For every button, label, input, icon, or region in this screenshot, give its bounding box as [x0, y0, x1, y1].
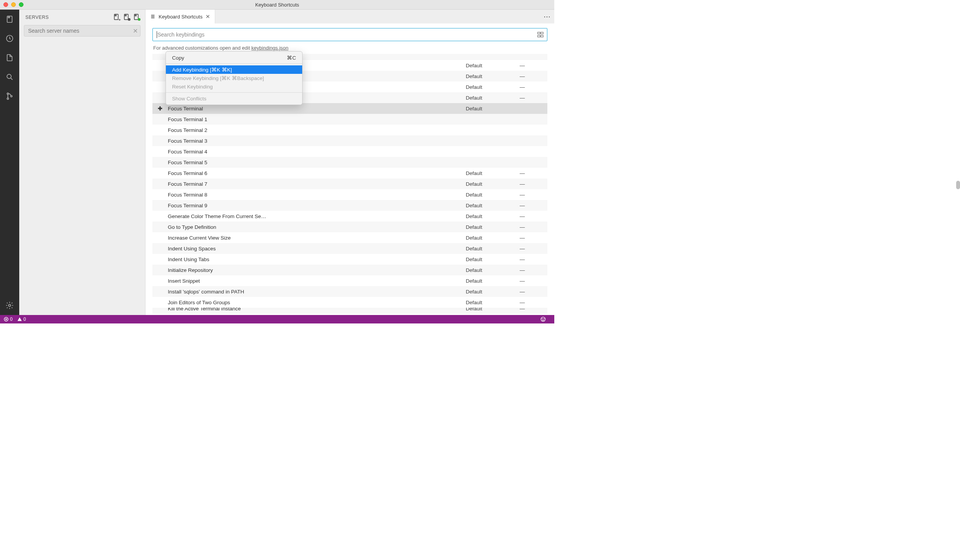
- svg-rect-9: [115, 15, 116, 16]
- sidebar-header: SERVERS: [19, 10, 145, 23]
- keybinding-label: —: [520, 308, 547, 312]
- tab-close-icon[interactable]: ✕: [206, 13, 210, 20]
- sort-precedence-icon[interactable]: [537, 31, 544, 38]
- svg-point-7: [8, 304, 11, 307]
- svg-point-3: [7, 74, 11, 78]
- statusbar: 0 0: [0, 315, 554, 323]
- table-row[interactable]: Increase Current View SizeDefault—: [152, 232, 547, 243]
- source-label: Default: [466, 257, 520, 262]
- keybinding-label: —: [520, 278, 547, 284]
- keybinding-label: —: [520, 257, 547, 262]
- source-label: Default: [466, 181, 520, 187]
- tab-keyboard-shortcuts[interactable]: Keyboard Shortcuts ✕: [146, 10, 215, 23]
- clear-search-icon[interactable]: ✕: [133, 27, 138, 35]
- source-label: Default: [466, 308, 520, 312]
- table-row[interactable]: Focus Terminal 6Default—: [152, 168, 547, 178]
- table-row[interactable]: Kill the Active Terminal InstanceDefault…: [152, 308, 547, 314]
- context-menu: Copy ⌘C Add Keybinding [⌘K ⌘K] Remove Ke…: [166, 51, 303, 105]
- keybindings-search[interactable]: Search keybindings: [152, 28, 547, 41]
- keybinding-label: —: [520, 95, 547, 101]
- command-label: Focus Terminal 2: [168, 127, 466, 133]
- source-label: Default: [466, 63, 520, 68]
- table-row[interactable]: Join Editors of Two GroupsDefault—: [152, 297, 547, 308]
- menu-separator: [166, 63, 302, 64]
- source-control-activity-icon[interactable]: [5, 91, 15, 101]
- table-row[interactable]: Initialize RepositoryDefault—: [152, 265, 547, 275]
- command-label: Indent Using Spaces: [168, 246, 466, 252]
- menu-remove-keybinding: Remove Keybinding [⌘K ⌘Backspace]: [166, 74, 302, 82]
- table-row[interactable]: Indent Using TabsDefault—: [152, 254, 547, 265]
- command-label: Insert Snippet: [168, 278, 466, 284]
- source-label: Default: [466, 203, 520, 208]
- keybinding-label: —: [520, 192, 547, 198]
- source-label: Default: [466, 289, 520, 295]
- source-label: Default: [466, 235, 520, 241]
- status-errors[interactable]: 0: [4, 317, 13, 322]
- new-server-icon[interactable]: [113, 13, 120, 21]
- command-label: Focus Terminal 3: [168, 138, 466, 144]
- source-label: Default: [466, 267, 520, 273]
- command-label: Focus Terminal 6: [168, 170, 466, 176]
- table-row[interactable]: Indent Using SpacesDefault—: [152, 243, 547, 254]
- menu-separator: [166, 92, 302, 93]
- sidebar: SERVERS ✕: [19, 10, 146, 315]
- window-title: Keyboard Shortcuts: [0, 2, 554, 8]
- svg-rect-1: [8, 17, 10, 18]
- table-row[interactable]: Insert SnippetDefault—: [152, 275, 547, 286]
- source-label: Default: [466, 106, 520, 112]
- table-row[interactable]: Focus Terminal 1: [152, 114, 547, 125]
- svg-rect-15: [541, 32, 543, 34]
- menu-reset-keybinding: Reset Keybinding: [166, 82, 302, 91]
- table-row[interactable]: Focus Terminal 7Default—: [152, 178, 547, 189]
- svg-point-21: [544, 318, 544, 319]
- table-row[interactable]: Focus Terminal 3: [152, 135, 547, 146]
- list-icon: [150, 14, 156, 19]
- main-area: SERVERS ✕ Keyboa: [0, 10, 554, 315]
- table-row[interactable]: Focus Terminal 5: [152, 157, 547, 168]
- table-row[interactable]: Focus Terminal 9Default—: [152, 200, 547, 211]
- tab-label: Keyboard Shortcuts: [159, 14, 202, 20]
- keybindings-json-link[interactable]: keybindings.json: [251, 45, 288, 51]
- source-label: Default: [466, 170, 520, 176]
- status-warnings[interactable]: 0: [17, 317, 26, 322]
- status-feedback-icon[interactable]: [540, 317, 546, 322]
- menu-add-keybinding[interactable]: Add Keybinding [⌘K ⌘K]: [166, 65, 302, 74]
- table-row[interactable]: Go to Type DefinitionDefault—: [152, 222, 547, 232]
- editor-pane: Keyboard Shortcuts ✕ ⋯ Search keybinding…: [146, 10, 554, 315]
- table-row[interactable]: Install 'sqlops' command in PATHDefault—: [152, 286, 547, 297]
- command-label: Increase Current View Size: [168, 235, 466, 241]
- window-titlebar: Keyboard Shortcuts: [0, 0, 554, 10]
- command-label: Kill the Active Terminal Instance: [168, 308, 466, 312]
- history-activity-icon[interactable]: [5, 33, 15, 43]
- table-row[interactable]: Focus Terminal 2: [152, 125, 547, 135]
- command-label: Generate Color Theme From Current Se…: [168, 213, 466, 219]
- command-label: Go to Type Definition: [168, 224, 466, 230]
- command-label: Focus Terminal 4: [168, 149, 466, 155]
- servers-activity-icon[interactable]: [5, 14, 15, 24]
- search-activity-icon[interactable]: [5, 72, 15, 82]
- keybinding-label: —: [520, 267, 547, 273]
- table-row[interactable]: Focus Terminal 8Default—: [152, 189, 547, 200]
- svg-point-5: [7, 98, 8, 99]
- keybinding-label: —: [520, 181, 547, 187]
- sidebar-title: SERVERS: [25, 15, 110, 20]
- table-row[interactable]: Generate Color Theme From Current Se…Def…: [152, 211, 547, 222]
- active-connections-icon[interactable]: [133, 13, 140, 21]
- command-label: Focus Terminal 5: [168, 160, 466, 165]
- svg-point-6: [11, 95, 12, 97]
- explorer-activity-icon[interactable]: [5, 53, 15, 63]
- server-search-input[interactable]: [24, 25, 140, 37]
- table-row[interactable]: Focus Terminal 4: [152, 146, 547, 157]
- command-label: Join Editors of Two Groups: [168, 300, 466, 305]
- command-label: Focus Terminal 9: [168, 203, 466, 208]
- command-label: Focus Terminal 1: [168, 117, 466, 122]
- settings-activity-icon[interactable]: [5, 300, 15, 310]
- source-label: Default: [466, 224, 520, 230]
- add-keybinding-icon[interactable]: ✚: [152, 105, 168, 112]
- menu-copy[interactable]: Copy ⌘C: [166, 53, 302, 62]
- keybinding-label: —: [520, 84, 547, 90]
- new-server-group-icon[interactable]: [123, 13, 130, 21]
- advanced-hint: For advanced customizations open and edi…: [153, 45, 547, 51]
- svg-rect-17: [541, 35, 543, 37]
- editor-more-actions[interactable]: ⋯: [540, 10, 554, 23]
